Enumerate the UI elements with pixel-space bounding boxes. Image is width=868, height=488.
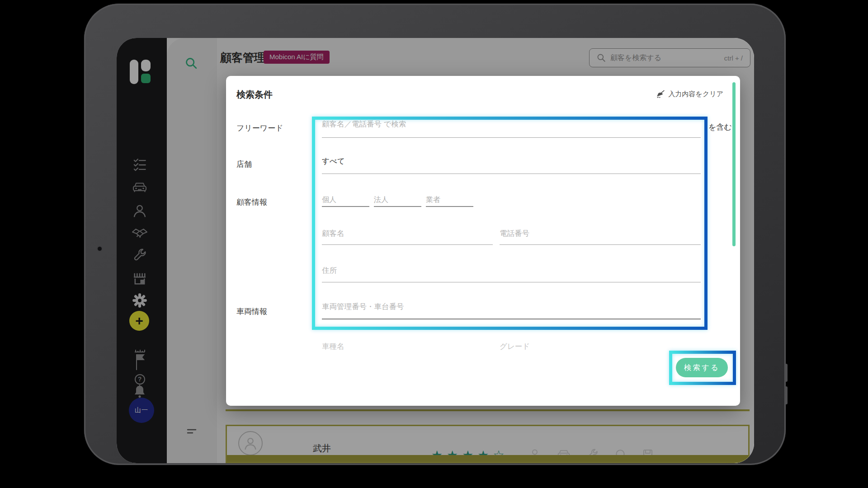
freeword-label: フリーワード xyxy=(236,123,283,133)
customer-info-label: 顧客情報 xyxy=(236,197,267,207)
modal-title: 検索条件 xyxy=(236,89,273,101)
modal-scrollbar[interactable] xyxy=(732,82,736,246)
include-option-label: を含む xyxy=(708,122,732,132)
volume-down-button xyxy=(785,386,788,404)
clear-inputs-button[interactable]: 入力内容をクリア xyxy=(656,89,723,99)
vehicle-model-input[interactable]: 車種名 xyxy=(322,342,344,350)
store-label: 店舗 xyxy=(236,159,252,169)
app-screen: + ? 山一 顧客管理 Mobicon AIに質問 顧客を検索する c xyxy=(117,38,754,463)
volume-up-button xyxy=(785,364,788,382)
vehicle-info-label: 車両情報 xyxy=(236,306,267,317)
tour-highlight-search-button xyxy=(669,351,736,385)
clear-inputs-label: 入力内容をクリア xyxy=(669,90,723,99)
front-camera xyxy=(98,247,102,251)
tour-highlight-form xyxy=(312,117,708,330)
vehicle-grade-input[interactable]: グレード xyxy=(500,342,530,350)
broom-icon xyxy=(656,89,665,99)
clipped-row: 車種名 グレード xyxy=(322,342,701,350)
